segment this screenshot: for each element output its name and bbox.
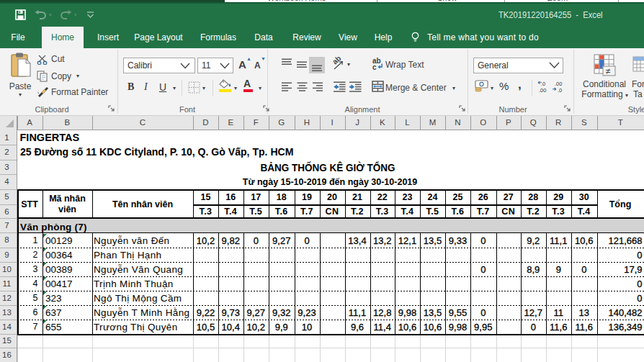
svg-text:.0: .0 — [541, 81, 545, 87]
svg-text:.00: .00 — [539, 87, 546, 94]
svg-text:≠: ≠ — [606, 66, 611, 76]
svg-text:c: c — [372, 63, 377, 71]
svg-text:.0: .0 — [558, 87, 562, 94]
svg-text:.00: .00 — [555, 81, 562, 87]
